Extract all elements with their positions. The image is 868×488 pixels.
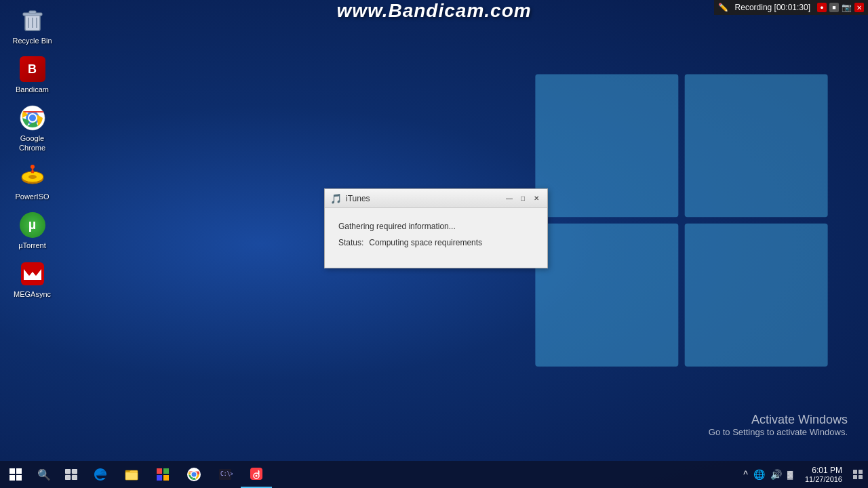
- desktop-icon-recycle-bin[interactable]: Recycle Bin: [7, 7, 58, 45]
- svg-rect-29: [157, 468, 162, 474]
- tray-battery-icon[interactable]: ▓: [786, 470, 794, 479]
- svg-point-16: [28, 175, 37, 179]
- tray-network-icon[interactable]: 🌐: [752, 469, 766, 480]
- taskbar-item-edge[interactable]: [85, 461, 116, 488]
- taskbar: 🔍: [0, 461, 868, 488]
- utorrent-label: µTorrent: [18, 241, 46, 250]
- activate-subtitle: Go to Settings to activate Windows.: [709, 427, 848, 437]
- svg-rect-41: [853, 470, 857, 474]
- svg-rect-31: [157, 475, 162, 481]
- itunes-dialog: 🎵 iTunes — □ ✕ Gathering required inform…: [324, 188, 548, 268]
- desktop-icon-utorrent[interactable]: µ µTorrent: [7, 211, 58, 250]
- dialog-minimize-button[interactable]: —: [504, 193, 515, 204]
- svg-point-35: [192, 472, 197, 477]
- svg-rect-21: [9, 475, 15, 481]
- recording-bar: ✏️ Recording [00:01:30] ● ■ 📷 ✕: [714, 0, 868, 15]
- svg-point-17: [31, 165, 35, 169]
- utorrent-icon: µ: [19, 211, 46, 239]
- svg-rect-28: [125, 472, 138, 480]
- dialog-close-button[interactable]: ✕: [531, 193, 542, 204]
- rec-cam-icon[interactable]: 📷: [842, 3, 852, 12]
- status-row: Status: Computing space requirements: [338, 238, 534, 247]
- gathering-text: Gathering required information...: [338, 222, 534, 231]
- svg-rect-20: [16, 468, 22, 474]
- windows-logo-bg: [529, 68, 834, 373]
- taskbar-clock[interactable]: 6:01 PM 11/27/2016: [800, 466, 848, 483]
- taskbar-item-itunes[interactable]: [241, 461, 272, 488]
- recycle-bin-label: Recycle Bin: [12, 37, 52, 45]
- status-label: Status:: [338, 238, 363, 247]
- svg-rect-42: [859, 470, 863, 474]
- svg-rect-2: [535, 224, 678, 367]
- chrome-label: Google Chrome: [7, 134, 58, 152]
- megasync-icon: [19, 260, 46, 287]
- svg-rect-25: [65, 475, 71, 480]
- notification-center-button[interactable]: [848, 461, 868, 488]
- recording-label: Recording [00:01:30]: [735, 3, 810, 12]
- tray-expand-icon[interactable]: ^: [742, 469, 749, 480]
- svg-rect-1: [685, 74, 828, 217]
- poweriso-label: PowerISO: [15, 192, 49, 201]
- pencil-icon[interactable]: ✏️: [718, 3, 728, 12]
- taskbar-item-file-explorer[interactable]: [116, 461, 147, 488]
- dialog-body: Gathering required information... Status…: [325, 208, 547, 268]
- taskbar-item-chrome[interactable]: [178, 461, 210, 488]
- svg-rect-44: [859, 475, 863, 479]
- rec-gray-btn[interactable]: ■: [829, 3, 839, 12]
- svg-rect-43: [853, 475, 857, 479]
- desktop-icon-megasync[interactable]: MEGAsync: [7, 260, 58, 299]
- bandicam-watermark: www.Bandicam.com: [336, 0, 531, 22]
- clock-date: 11/27/2016: [805, 475, 842, 483]
- activate-windows-watermark: Activate Windows Go to Settings to activ…: [709, 413, 848, 437]
- dialog-maximize-button[interactable]: □: [517, 193, 528, 204]
- activate-title: Activate Windows: [709, 413, 848, 427]
- svg-rect-3: [685, 224, 828, 367]
- taskbar-item-store[interactable]: [147, 461, 178, 488]
- taskbar-task-view-button[interactable]: [58, 461, 85, 488]
- taskbar-item-cmd[interactable]: C:\>: [210, 461, 241, 488]
- svg-rect-19: [9, 468, 15, 474]
- chrome-icon: [19, 104, 46, 131]
- status-value: Computing space requirements: [369, 238, 482, 247]
- desktop-icon-poweriso[interactable]: PowerISO: [7, 163, 58, 201]
- svg-rect-22: [16, 475, 22, 481]
- poweriso-icon: [19, 163, 46, 190]
- desktop-icons-container: Recycle Bin B Bandicam: [7, 7, 58, 299]
- svg-rect-32: [163, 475, 169, 481]
- svg-rect-30: [163, 468, 169, 474]
- dialog-titlebar[interactable]: 🎵 iTunes — □ ✕: [325, 189, 547, 208]
- bandicam-icon: B: [19, 56, 46, 83]
- svg-point-13: [29, 115, 36, 121]
- rec-red-dot[interactable]: ●: [817, 3, 827, 12]
- clock-time: 6:01 PM: [812, 466, 842, 475]
- svg-text:C:\>: C:\>: [220, 471, 233, 477]
- desktop-icon-bandicam[interactable]: B Bandicam: [7, 56, 58, 94]
- svg-rect-23: [65, 469, 71, 474]
- taskbar-search-button[interactable]: 🔍: [31, 461, 58, 488]
- dialog-title-buttons: — □ ✕: [504, 193, 542, 204]
- system-tray: ^ 🌐 🔊 ▓: [736, 469, 800, 480]
- desktop-icon-chrome[interactable]: Google Chrome: [7, 104, 58, 152]
- svg-rect-0: [535, 74, 678, 217]
- start-button[interactable]: [0, 461, 31, 488]
- itunes-dialog-icon: 🎵: [330, 193, 342, 204]
- svg-rect-26: [72, 475, 77, 480]
- rec-close-btn[interactable]: ✕: [854, 3, 864, 12]
- svg-rect-24: [72, 469, 77, 474]
- tray-sound-icon[interactable]: 🔊: [769, 469, 783, 480]
- svg-point-40: [256, 475, 258, 477]
- megasync-label: MEGAsync: [14, 290, 51, 299]
- dialog-title: iTunes: [346, 194, 504, 203]
- search-icon: 🔍: [37, 468, 51, 481]
- svg-rect-6: [29, 11, 36, 14]
- taskbar-items-container: C:\>: [85, 461, 736, 488]
- recycle-bin-icon: [19, 7, 46, 34]
- desktop: www.Bandicam.com ✏️ Recording [00:01:30]…: [0, 0, 868, 488]
- bandicam-label: Bandicam: [16, 85, 49, 94]
